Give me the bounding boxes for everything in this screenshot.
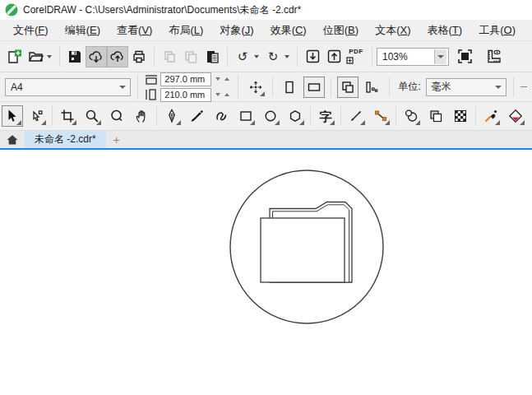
zoom-level-combobox[interactable]: 103% xyxy=(377,48,449,66)
chevron-down-icon xyxy=(119,86,126,89)
separator xyxy=(475,106,476,126)
zoom-level-dropdown[interactable] xyxy=(434,49,446,64)
separator xyxy=(156,106,157,126)
redo-icon: ↻ xyxy=(268,50,279,63)
menu-bitmaps[interactable]: 位图(B) xyxy=(318,21,363,40)
save-button[interactable] xyxy=(64,46,86,67)
separator xyxy=(310,106,311,126)
page-width-field[interactable]: 297.0 mm xyxy=(160,72,211,86)
ellipse-tool[interactable] xyxy=(260,105,281,127)
dimension-line-tool[interactable] xyxy=(345,105,367,127)
pattern-fill-tool[interactable] xyxy=(450,105,471,127)
cropped-control xyxy=(520,86,527,87)
drop-shadow-icon xyxy=(404,109,419,123)
page-height-icon xyxy=(145,89,158,100)
pick-tool-icon xyxy=(5,109,20,123)
chevron-down-icon xyxy=(495,86,502,89)
new-document-button[interactable] xyxy=(3,46,25,67)
folder-shape[interactable] xyxy=(261,202,352,283)
zoom-tool-icon xyxy=(85,109,99,123)
menu-file[interactable]: 文件(F) xyxy=(8,21,53,40)
show-rulers-button[interactable] xyxy=(483,46,505,67)
page-height-field[interactable]: 210.0 mm xyxy=(160,88,211,102)
cloud-download-button[interactable] xyxy=(86,46,107,67)
landscape-button[interactable] xyxy=(303,77,325,98)
new-tab-button[interactable]: + xyxy=(106,131,127,148)
portrait-icon xyxy=(282,80,297,95)
drop-shadow-tool[interactable] xyxy=(400,105,422,127)
export-button[interactable] xyxy=(323,46,345,67)
menu-edit[interactable]: 编辑(E) xyxy=(60,21,105,40)
current-page-size-button[interactable] xyxy=(361,77,382,98)
redo-button[interactable]: ↻ xyxy=(262,46,284,67)
crop-tool-icon xyxy=(60,109,75,123)
connector-tool[interactable] xyxy=(370,105,391,127)
redo-dropdown-caret[interactable] xyxy=(285,55,289,58)
welcome-home-button[interactable] xyxy=(0,131,25,148)
text-tool[interactable]: 字 xyxy=(315,105,336,127)
page-height-spinner[interactable] xyxy=(213,89,231,101)
current-page-icon xyxy=(364,80,379,95)
menu-tools[interactable]: 工具(O) xyxy=(474,21,520,40)
magnifier-tool[interactable] xyxy=(106,105,127,127)
paper-size-combobox[interactable]: A4 xyxy=(5,78,131,96)
dimension-line-icon xyxy=(349,109,363,123)
polygon-tool[interactable] xyxy=(285,105,306,127)
separator xyxy=(340,106,341,126)
page-width-spinner[interactable] xyxy=(213,73,231,86)
pan-tool[interactable] xyxy=(131,105,152,127)
interactive-fill-tool[interactable] xyxy=(505,105,526,127)
property-bar: A4 297.0 mm 210.0 mm xyxy=(0,72,532,102)
copy-icon xyxy=(183,49,198,64)
publish-pdf-button[interactable]: PDF xyxy=(345,46,368,67)
zoom-tool[interactable] xyxy=(81,105,103,127)
paper-size-dropdown[interactable] xyxy=(116,80,128,95)
drawing-folder-in-circle[interactable] xyxy=(0,150,532,395)
all-pages-size-button[interactable] xyxy=(337,77,359,98)
transparency-icon xyxy=(428,109,443,123)
menu-text[interactable]: 文本(X) xyxy=(370,21,415,40)
undo-button[interactable]: ↺ xyxy=(232,46,253,67)
color-eyedropper-tool[interactable] xyxy=(480,105,502,127)
import-button[interactable] xyxy=(302,46,323,67)
menu-table[interactable]: 表格(T) xyxy=(423,21,468,40)
undo-icon: ↺ xyxy=(238,50,248,63)
rectangle-tool[interactable] xyxy=(235,105,257,127)
new-document-icon xyxy=(7,49,22,64)
save-icon xyxy=(67,49,82,64)
zoom-level-value: 103% xyxy=(382,51,408,63)
checkerboard-icon xyxy=(453,109,468,123)
text-tool-icon: 字 xyxy=(320,110,332,123)
open-dropdown-caret[interactable] xyxy=(47,55,52,58)
print-button[interactable] xyxy=(128,46,150,67)
cloud-upload-button[interactable] xyxy=(107,46,128,67)
menu-layout[interactable]: 布局(L) xyxy=(164,21,208,40)
pen-tool[interactable] xyxy=(161,105,183,127)
paste-button[interactable] xyxy=(201,46,223,67)
title-bar: CorelDRAW - C:\Users\Administrator\Docum… xyxy=(0,0,532,20)
curve-tool[interactable] xyxy=(210,105,232,127)
units-combobox[interactable]: 毫米 xyxy=(426,78,507,96)
menu-object[interactable]: 对象(J) xyxy=(215,21,258,40)
cut-icon xyxy=(162,49,177,64)
menu-view[interactable]: 查看(V) xyxy=(112,21,157,40)
open-button[interactable] xyxy=(25,46,46,67)
window-title: CorelDRAW - C:\Users\Administrator\Docum… xyxy=(23,3,301,17)
pan-hand-icon xyxy=(134,109,149,123)
pick-tool[interactable] xyxy=(2,105,23,127)
portrait-button[interactable] xyxy=(279,77,300,98)
full-screen-preview-button[interactable] xyxy=(454,46,475,67)
rectangle-tool-icon xyxy=(238,109,253,123)
document-tab-active[interactable]: 未命名 -2.cdr* xyxy=(25,131,106,148)
nudge-offset-button[interactable] xyxy=(245,77,266,98)
undo-dropdown-caret[interactable] xyxy=(254,55,259,58)
canvas[interactable] xyxy=(0,150,532,395)
shape-tool[interactable] xyxy=(26,105,48,127)
units-dropdown[interactable] xyxy=(492,80,504,95)
brush-icon xyxy=(189,109,204,123)
crop-tool[interactable] xyxy=(57,105,78,127)
transparency-tool[interactable] xyxy=(425,105,446,127)
brush-tool[interactable] xyxy=(186,105,207,127)
menu-effects[interactable]: 效果(C) xyxy=(266,21,312,40)
ruler-eye-icon xyxy=(486,49,502,64)
